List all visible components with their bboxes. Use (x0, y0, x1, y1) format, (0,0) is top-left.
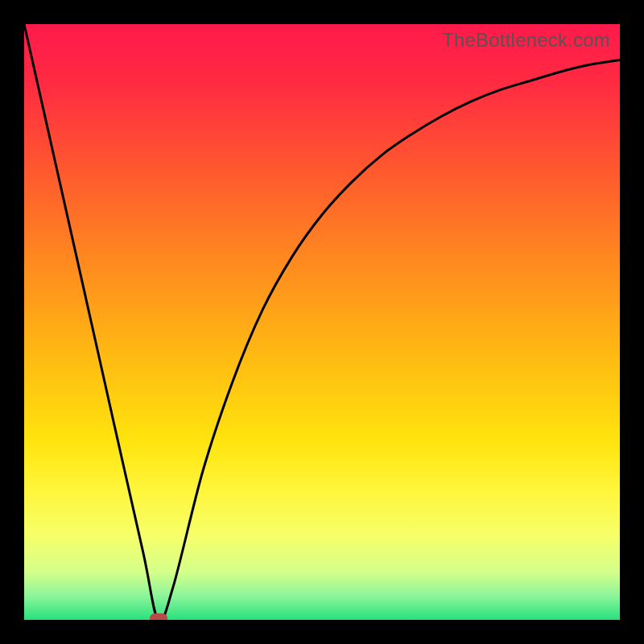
chart-frame: TheBottleneck.com (0, 0, 644, 644)
watermark-text: TheBottleneck.com (442, 29, 610, 52)
optimum-marker (150, 613, 167, 620)
bottleneck-curve (24, 24, 620, 620)
plot-area: TheBottleneck.com (24, 24, 620, 620)
